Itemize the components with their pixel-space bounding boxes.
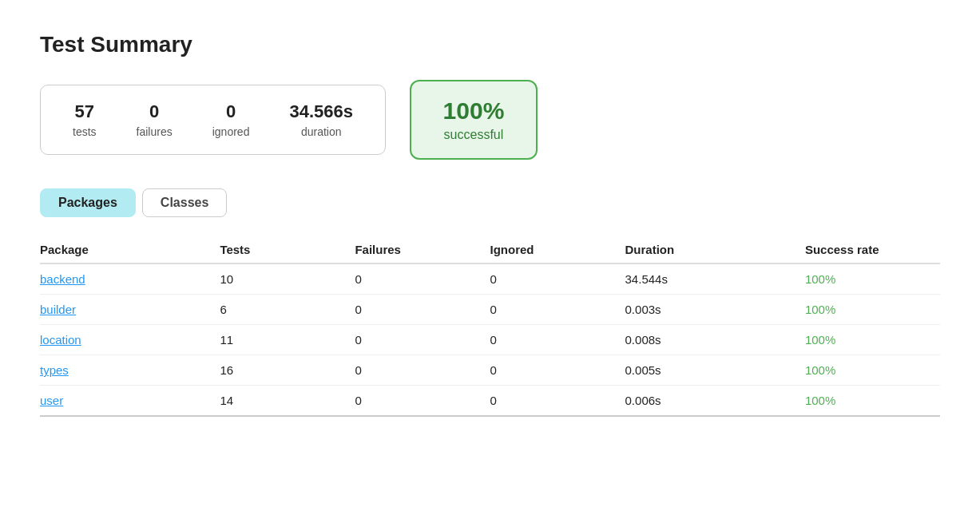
cell-ignored: 0 — [490, 263, 625, 295]
stat-failures: 0 failures — [137, 101, 173, 138]
packages-table: Package Tests Failures Ignored Duration … — [40, 236, 940, 417]
stat-duration: 34.566s duration — [289, 101, 353, 138]
cell-tests: 16 — [220, 355, 355, 386]
cell-success-rate: 100% — [805, 263, 940, 295]
cell-failures: 0 — [355, 295, 490, 325]
cell-duration: 0.005s — [625, 355, 805, 386]
col-header-failures: Failures — [355, 236, 490, 263]
duration-label: duration — [301, 125, 342, 138]
cell-ignored: 0 — [490, 386, 625, 417]
failures-label: failures — [137, 125, 173, 138]
table-row: user14000.006s100% — [40, 386, 940, 417]
col-header-success-rate: Success rate — [805, 236, 940, 263]
tests-value: 57 — [75, 101, 94, 122]
cell-duration: 34.544s — [625, 263, 805, 295]
stats-box: 57 tests 0 failures 0 ignored 34.566s du… — [40, 85, 386, 155]
cell-success-rate: 100% — [805, 355, 940, 386]
cell-failures: 0 — [355, 355, 490, 386]
cell-duration: 0.006s — [625, 386, 805, 417]
page-title: Test Summary — [40, 32, 940, 57]
package-link[interactable]: location — [40, 333, 81, 347]
stat-ignored: 0 ignored — [212, 101, 250, 138]
stat-tests: 57 tests — [73, 101, 97, 138]
table-row: backend100034.544s100% — [40, 263, 940, 295]
cell-tests: 11 — [220, 325, 355, 355]
summary-row: 57 tests 0 failures 0 ignored 34.566s du… — [40, 80, 940, 160]
tab-classes[interactable]: Classes — [142, 188, 228, 217]
success-percent: 100% — [443, 97, 505, 125]
cell-ignored: 0 — [490, 355, 625, 386]
cell-tests: 14 — [220, 386, 355, 417]
cell-duration: 0.003s — [625, 295, 805, 325]
duration-value: 34.566s — [289, 101, 353, 122]
package-link[interactable]: builder — [40, 303, 76, 316]
tabs-container: Packages Classes — [40, 188, 940, 217]
tab-packages[interactable]: Packages — [40, 188, 136, 217]
ignored-value: 0 — [226, 101, 236, 122]
cell-duration: 0.008s — [625, 325, 805, 355]
package-link[interactable]: backend — [40, 272, 85, 286]
cell-success-rate: 100% — [805, 386, 940, 417]
ignored-label: ignored — [212, 125, 250, 138]
col-header-ignored: Ignored — [490, 236, 625, 263]
cell-failures: 0 — [355, 263, 490, 295]
cell-success-rate: 100% — [805, 325, 940, 355]
cell-tests: 10 — [220, 263, 355, 295]
package-link[interactable]: user — [40, 394, 63, 407]
col-header-tests: Tests — [220, 236, 355, 263]
cell-tests: 6 — [220, 295, 355, 325]
success-label: successful — [444, 128, 504, 142]
col-header-duration: Duration — [625, 236, 805, 263]
col-header-package: Package — [40, 236, 220, 263]
table-row: types16000.005s100% — [40, 355, 940, 386]
package-link[interactable]: types — [40, 363, 69, 377]
success-badge: 100% successful — [410, 80, 538, 160]
failures-value: 0 — [149, 101, 159, 122]
cell-failures: 0 — [355, 325, 490, 355]
tests-label: tests — [73, 125, 97, 138]
table-row: location11000.008s100% — [40, 325, 940, 355]
cell-ignored: 0 — [490, 295, 625, 325]
cell-failures: 0 — [355, 386, 490, 417]
table-row: builder6000.003s100% — [40, 295, 940, 325]
cell-success-rate: 100% — [805, 295, 940, 325]
cell-ignored: 0 — [490, 325, 625, 355]
